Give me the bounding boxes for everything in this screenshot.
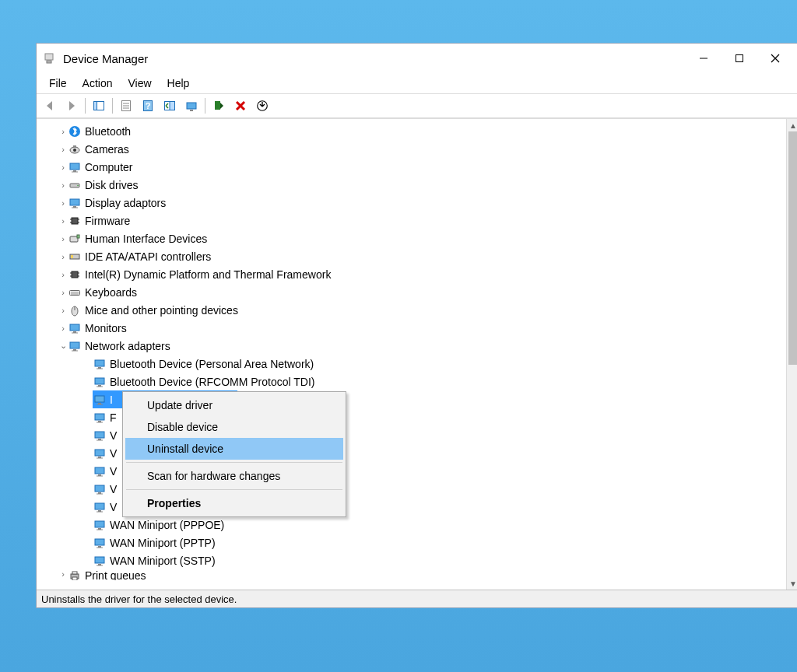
tree-item-label: Print queues xyxy=(85,569,146,580)
tree-item[interactable]: › Mice and other pointing devices xyxy=(37,301,786,319)
chevron-right-icon[interactable]: › xyxy=(58,270,68,279)
svg-rect-3 xyxy=(736,55,743,62)
properties-button[interactable] xyxy=(116,96,136,116)
scrollbar-thumb[interactable] xyxy=(788,131,797,365)
tree-item[interactable]: Bluetooth Device (Personal Area Network) xyxy=(37,355,786,373)
menu-action[interactable]: Action xyxy=(75,75,121,91)
tree-item-label: Cameras xyxy=(85,143,129,156)
menu-view[interactable]: View xyxy=(120,75,159,91)
cm-scan-hardware[interactable]: Scan for hardware changes xyxy=(125,465,343,487)
camera-icon xyxy=(68,143,82,156)
svg-rect-74 xyxy=(95,450,104,456)
tree-item-label: WAN Miniport (SSTP) xyxy=(110,555,216,567)
svg-rect-16 xyxy=(187,103,196,109)
maximize-button[interactable] xyxy=(722,44,757,73)
cm-properties[interactable]: Properties xyxy=(125,492,343,514)
svg-rect-1 xyxy=(47,61,51,63)
chevron-right-icon[interactable]: › xyxy=(58,252,68,261)
chip2-icon xyxy=(68,268,82,281)
network-adapter-icon xyxy=(93,483,107,495)
svg-rect-96 xyxy=(72,572,77,574)
menu-help[interactable]: Help xyxy=(160,75,198,91)
svg-rect-40 xyxy=(77,235,79,238)
chevron-right-icon[interactable]: › xyxy=(58,216,68,226)
chevron-right-icon[interactable]: › xyxy=(58,288,68,297)
chevron-right-icon[interactable]: › xyxy=(58,324,68,333)
cm-uninstall-device[interactable]: Uninstall device xyxy=(125,438,343,460)
device-tree[interactable]: › Bluetooth › Cameras › Computer › Disk … xyxy=(37,119,786,590)
display-icon xyxy=(68,197,82,209)
chevron-right-icon[interactable]: › xyxy=(58,163,68,172)
tree-item-label: F xyxy=(110,411,117,424)
tree-item-label: Human Interface Devices xyxy=(85,233,207,245)
tree-item[interactable]: › Computer xyxy=(37,158,786,176)
svg-rect-89 xyxy=(95,539,104,545)
menu-file[interactable]: File xyxy=(41,75,75,91)
minimize-button[interactable] xyxy=(686,44,722,73)
enable-device-button[interactable] xyxy=(209,96,229,116)
chevron-right-icon[interactable]: › xyxy=(58,180,68,190)
context-menu: Update driver Disable device Uninstall d… xyxy=(122,391,346,517)
tree-item[interactable]: WAN Miniport (PPPOE) xyxy=(37,516,786,534)
tree-item[interactable]: › Intel(R) Dynamic Platform and Thermal … xyxy=(37,265,786,283)
svg-rect-17 xyxy=(190,110,193,111)
chevron-right-icon[interactable]: › xyxy=(58,306,68,315)
tree-item[interactable]: › Keyboards xyxy=(37,283,786,301)
printer-icon xyxy=(68,569,82,580)
update-driver-button[interactable] xyxy=(252,96,272,116)
tree-item[interactable]: Bluetooth Device (RFCOMM Protocol TDI) xyxy=(37,373,786,390)
scroll-up-icon[interactable]: ▲ xyxy=(787,119,797,131)
tree-item-label: V xyxy=(110,447,117,460)
tree-item[interactable]: › Human Interface Devices xyxy=(37,229,786,247)
vertical-scrollbar[interactable]: ▲ ▼ xyxy=(786,119,797,590)
tree-item[interactable]: › Display adaptors xyxy=(37,194,786,212)
tree-item[interactable]: WAN Miniport (PPTP) xyxy=(37,534,786,551)
cm-disable-device[interactable]: Disable device xyxy=(125,416,343,438)
statusbar: Uninstalls the driver for the selected d… xyxy=(37,590,797,607)
cm-update-driver[interactable]: Update driver xyxy=(125,394,343,416)
scan-hardware-button[interactable] xyxy=(181,96,202,116)
chevron-right-icon[interactable]: › xyxy=(58,569,68,579)
help-button[interactable]: ? xyxy=(138,96,158,116)
window-title: Device Manager xyxy=(61,52,686,65)
show-hide-console-button[interactable] xyxy=(89,96,109,116)
chevron-down-icon[interactable]: ⌄ xyxy=(58,341,68,351)
tree-item[interactable]: ⌄ Network adapters xyxy=(37,337,786,355)
tree-item[interactable]: › Monitors xyxy=(37,319,786,337)
tree-item[interactable]: › Firmware xyxy=(37,212,786,229)
toolbar-separator xyxy=(205,98,205,114)
svg-rect-31 xyxy=(70,199,79,205)
back-button[interactable] xyxy=(40,96,60,116)
tree-item[interactable]: › Print queues xyxy=(37,569,786,580)
tree-item[interactable]: › Cameras xyxy=(37,140,786,158)
close-button[interactable] xyxy=(757,44,793,73)
tree-item[interactable]: › Bluetooth xyxy=(37,122,786,140)
chevron-right-icon[interactable]: › xyxy=(58,127,68,136)
svg-point-30 xyxy=(77,184,79,186)
svg-point-24 xyxy=(73,149,76,152)
tree-item-label: Monitors xyxy=(85,322,127,334)
network-adapter-icon xyxy=(93,376,107,388)
tree-item[interactable]: › Disk drives xyxy=(37,176,786,194)
action-button[interactable] xyxy=(160,96,180,116)
uninstall-button[interactable] xyxy=(230,96,251,116)
toolbar-separator xyxy=(85,98,86,114)
tree-item[interactable]: WAN Miniport (SSTP) xyxy=(37,551,786,569)
chevron-right-icon[interactable]: › xyxy=(58,234,68,243)
tree-item-label: V xyxy=(110,501,117,513)
svg-rect-83 xyxy=(95,503,104,509)
status-text: Uninstalls the driver for the selected d… xyxy=(41,593,237,605)
scroll-down-icon[interactable]: ▼ xyxy=(787,577,797,590)
svg-rect-65 xyxy=(95,396,104,402)
chevron-right-icon[interactable]: › xyxy=(58,145,68,154)
titlebar[interactable]: Device Manager xyxy=(37,44,797,73)
svg-rect-26 xyxy=(70,163,79,170)
chevron-right-icon[interactable]: › xyxy=(58,198,68,208)
tree-item-label: Computer xyxy=(85,161,132,173)
network-adapter-icon xyxy=(93,447,107,460)
forward-button[interactable] xyxy=(61,96,82,116)
menubar: File Action View Help xyxy=(37,73,797,94)
tree-item[interactable]: › IDE ATA/ATAPI controllers xyxy=(37,247,786,265)
svg-rect-77 xyxy=(95,467,104,474)
network-adapter-icon xyxy=(93,358,107,370)
